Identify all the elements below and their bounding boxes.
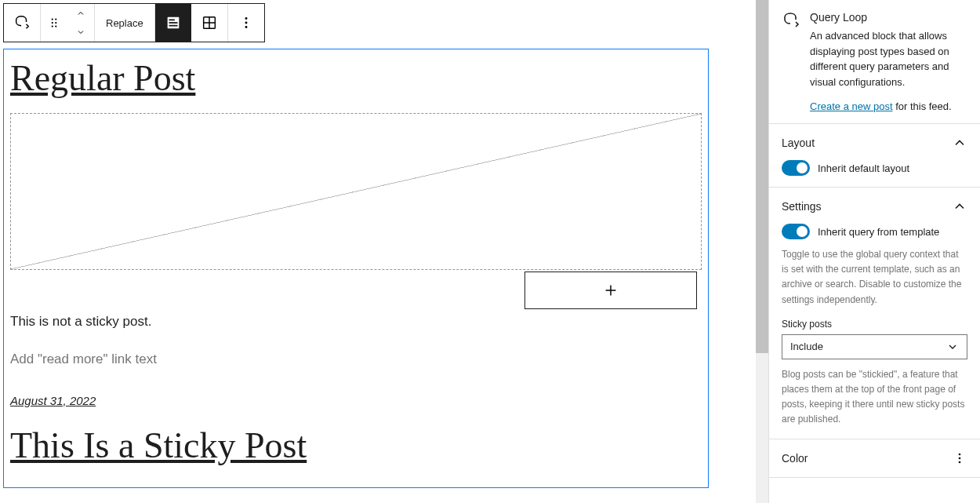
block-description: An advanced block that allows displaying… xyxy=(810,28,967,89)
chevron-down-icon xyxy=(75,27,86,37)
query-loop-block[interactable]: Regular Post This is not a sticky post. … xyxy=(3,49,709,488)
replace-button[interactable]: Replace xyxy=(95,4,154,42)
svg-point-12 xyxy=(245,22,247,24)
panel-title-layout: Layout xyxy=(782,137,815,149)
query-loop-icon xyxy=(782,11,800,112)
svg-point-15 xyxy=(959,457,961,459)
chevron-up-icon xyxy=(75,9,86,18)
color-panel-toggle[interactable]: Color xyxy=(782,450,967,466)
sticky-posts-select[interactable]: Include xyxy=(782,334,967,359)
sticky-posts-label: Sticky posts xyxy=(782,319,967,330)
panel-title-settings: Settings xyxy=(782,200,822,213)
post-title[interactable]: Regular Post xyxy=(10,59,702,99)
svg-point-14 xyxy=(959,453,961,455)
grid-icon xyxy=(201,14,218,31)
svg-point-0 xyxy=(52,18,53,20)
svg-rect-9 xyxy=(169,25,177,27)
more-options-button[interactable] xyxy=(228,4,264,42)
post-date[interactable]: August 31, 2022 xyxy=(10,394,702,407)
svg-point-5 xyxy=(55,25,56,27)
more-vertical-icon xyxy=(238,14,255,31)
block-settings-sidebar: Query Loop An advanced block that allows… xyxy=(768,0,980,503)
layout-panel-toggle[interactable]: Layout xyxy=(782,135,967,151)
list-view-button[interactable] xyxy=(155,4,191,42)
svg-point-2 xyxy=(52,22,53,24)
list-icon xyxy=(165,14,182,31)
move-up-button[interactable] xyxy=(67,4,94,23)
post-excerpt[interactable]: This is not a sticky post. xyxy=(10,314,702,330)
settings-panel-toggle[interactable]: Settings xyxy=(782,199,967,214)
chevron-down-icon xyxy=(946,341,959,353)
drag-icon xyxy=(47,16,61,30)
inherit-layout-toggle[interactable] xyxy=(782,160,810,176)
add-block-button[interactable] xyxy=(524,272,697,309)
svg-point-1 xyxy=(55,18,56,20)
drag-handle-button[interactable] xyxy=(41,4,67,42)
more-vertical-icon xyxy=(952,450,967,466)
svg-point-3 xyxy=(55,22,56,24)
svg-rect-7 xyxy=(169,19,174,20)
svg-point-13 xyxy=(245,26,247,28)
plus-icon xyxy=(602,282,619,299)
scrollbar-track[interactable] xyxy=(756,0,768,503)
toggle-label: Inherit query from template xyxy=(818,226,939,238)
grid-view-button[interactable] xyxy=(191,4,227,42)
inherit-query-toggle[interactable] xyxy=(782,224,810,239)
block-name: Query Loop xyxy=(810,11,967,24)
move-down-button[interactable] xyxy=(67,23,94,42)
read-more-placeholder[interactable]: Add "read more" link text xyxy=(10,352,702,367)
featured-image-placeholder[interactable] xyxy=(10,113,702,270)
toggle-label: Inherit default layout xyxy=(818,162,909,174)
query-loop-icon xyxy=(13,14,31,31)
chevron-up-icon xyxy=(952,135,967,151)
svg-point-16 xyxy=(959,461,961,463)
select-value: Include xyxy=(790,341,823,352)
sticky-posts-help: Blog posts can be "stickied", a feature … xyxy=(782,367,967,428)
block-toolbar: Replace xyxy=(3,3,265,42)
panel-title-color: Color xyxy=(782,452,808,465)
scrollbar-thumb[interactable] xyxy=(756,0,768,353)
block-type-button[interactable] xyxy=(4,4,40,42)
svg-rect-8 xyxy=(169,22,177,24)
create-new-post-link[interactable]: Create a new post xyxy=(810,100,893,112)
inherit-query-help: Toggle to use the global query context t… xyxy=(782,247,967,308)
chevron-up-icon xyxy=(952,199,967,214)
svg-point-11 xyxy=(245,17,247,20)
feed-suffix-text: for this feed. xyxy=(893,100,952,112)
post-title[interactable]: This Is a Sticky Post xyxy=(10,426,702,466)
svg-point-4 xyxy=(52,25,53,27)
